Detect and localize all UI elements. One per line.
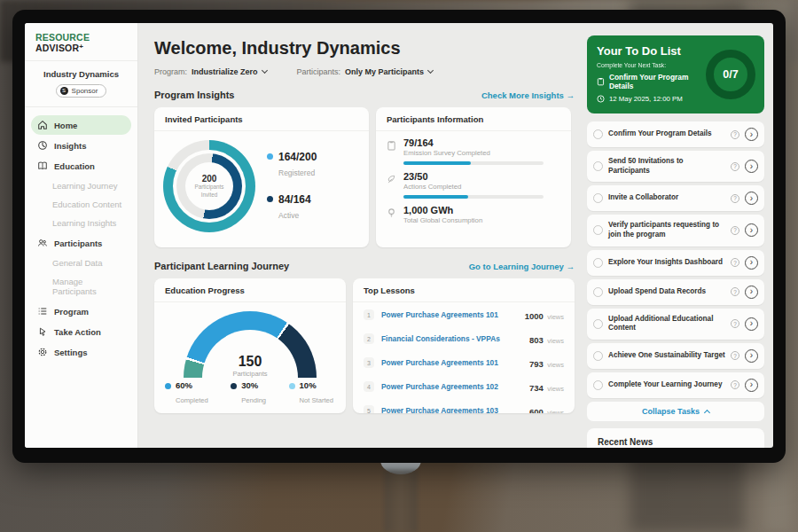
- sidebar-nav: Home Insights Education Learning Journey…: [25, 107, 137, 362]
- lesson-rank: 1: [364, 309, 374, 320]
- task-checkbox[interactable]: [593, 161, 603, 171]
- progress-track: [403, 195, 544, 199]
- chevron-right-icon[interactable]: ›: [745, 256, 758, 270]
- insights-icon: [37, 140, 48, 151]
- chevron-right-icon[interactable]: ›: [745, 317, 758, 331]
- legend-label: Pending: [241, 396, 266, 404]
- lesson-views: 803: [529, 335, 544, 345]
- stat-consumption: 1,000 GWh Total Global Consumption: [376, 199, 571, 224]
- brand-primary: RESOURCE: [35, 32, 90, 43]
- task-row[interactable]: Complete Your Learning Journey ? ›: [587, 372, 764, 398]
- chevron-right-icon[interactable]: ›: [745, 286, 758, 299]
- collapse-tasks-link[interactable]: Collapse Tasks: [587, 402, 764, 421]
- help-icon[interactable]: ?: [731, 319, 739, 328]
- lesson-link[interactable]: Power Purchase Agreements 103: [381, 406, 529, 413]
- check-more-insights-link[interactable]: Check More Insights →: [481, 90, 575, 100]
- help-icon[interactable]: ?: [731, 130, 739, 139]
- dashboard-screen: RESOURCE ADVISOR+ Industry Dynamics S Sp…: [25, 23, 773, 448]
- help-icon[interactable]: ?: [731, 380, 739, 389]
- link-label: Check More Insights: [481, 90, 564, 100]
- invited-participants-card: Invited Participants 200 Participants In…: [154, 107, 369, 247]
- chevron-right-icon[interactable]: ›: [745, 223, 758, 237]
- lesson-views: 734: [529, 383, 544, 393]
- card-title: Education Progress: [154, 278, 346, 302]
- todo-due-label: 12 May 2025, 12:00 PM: [609, 95, 683, 103]
- participants-information-card: Participants Information 79/164 Emission…: [376, 107, 571, 247]
- lesson-link[interactable]: Power Purchase Agreements 101: [381, 310, 525, 319]
- help-icon[interactable]: ?: [731, 162, 739, 171]
- learning-journey-header: Participant Learning Journey Go to Learn…: [154, 261, 575, 271]
- monitor-stand-pillar: [384, 470, 418, 532]
- task-row[interactable]: Upload Spend Data Records ? ›: [587, 279, 764, 305]
- sidebar-item-insights[interactable]: Insights: [31, 136, 131, 155]
- lesson-views-word: views: [547, 313, 564, 321]
- help-icon[interactable]: ?: [731, 258, 739, 267]
- sidebar-item-manage-participants[interactable]: Manage Participants: [25, 272, 137, 301]
- task-label: Upload Spend Data Records: [608, 287, 725, 297]
- task-checkbox[interactable]: [593, 225, 603, 235]
- legend-label: Completed: [176, 396, 208, 404]
- program-filter[interactable]: Program: Industrialize Zero: [154, 67, 267, 76]
- task-row[interactable]: Confirm Your Program Details ? ›: [587, 121, 764, 147]
- help-icon[interactable]: ?: [731, 351, 739, 360]
- filters-row: Program: Industrialize Zero Participants…: [154, 67, 575, 76]
- task-row[interactable]: Upload Additional Educational Content ? …: [587, 309, 764, 340]
- top-lessons-card: Top Lessons 1 Power Purchase Agreements …: [353, 278, 575, 413]
- lesson-link[interactable]: Power Purchase Agreements 101: [381, 358, 529, 367]
- participants-filter[interactable]: Participants: Only My Participants: [297, 67, 434, 76]
- sidebar-item-learning-journey[interactable]: Learning Journey: [25, 176, 137, 195]
- sidebar-item-program[interactable]: Program: [31, 301, 131, 321]
- legend-label: Registered: [278, 168, 315, 177]
- task-checkbox[interactable]: [593, 319, 603, 329]
- task-row[interactable]: Verify participants requesting to join t…: [587, 215, 764, 246]
- task-checkbox[interactable]: [593, 287, 603, 297]
- sidebar-item-education-content[interactable]: Education Content: [25, 195, 137, 214]
- chevron-right-icon[interactable]: ›: [745, 128, 758, 141]
- card-title: Top Lessons: [353, 278, 575, 302]
- task-row[interactable]: Send 50 Invitations to Participants ? ›: [587, 151, 764, 182]
- lesson-link[interactable]: Financial Considerations - VPPAs: [381, 334, 529, 343]
- chevron-right-icon[interactable]: ›: [745, 349, 758, 363]
- sponsor-badge[interactable]: S Sponsor: [56, 84, 107, 98]
- donut-legend: 164/200 Registered 84/164 Active: [267, 151, 317, 222]
- task-row[interactable]: Explore Your Insights Dashboard ? ›: [587, 250, 764, 276]
- clock-icon: [597, 95, 605, 103]
- stat-emission-survey: 79/164 Emission Survey Completed: [376, 131, 571, 165]
- program-filter-label: Program:: [154, 67, 187, 76]
- go-to-learning-journey-link[interactable]: Go to Learning Journey →: [469, 262, 575, 271]
- legend-dot: [231, 383, 237, 389]
- sidebar-item-home[interactable]: Home: [31, 115, 131, 135]
- sponsor-badge-label: Sponsor: [72, 87, 98, 95]
- stat-progress-fill: [403, 161, 471, 165]
- sidebar-item-settings[interactable]: Settings: [31, 342, 131, 362]
- sidebar-item-education[interactable]: Education: [31, 156, 131, 176]
- chevron-right-icon[interactable]: ›: [745, 160, 758, 173]
- sidebar-item-general-data[interactable]: General Data: [25, 254, 137, 272]
- lesson-link[interactable]: Power Purchase Agreements 102: [381, 382, 529, 391]
- chevron-right-icon[interactable]: ›: [745, 192, 758, 205]
- lesson-row: 3 Power Purchase Agreements 101 793 view…: [353, 350, 575, 374]
- sidebar-item-take-action[interactable]: Take Action: [31, 322, 131, 341]
- task-row[interactable]: Invite a Collaborator ? ›: [587, 185, 764, 211]
- task-checkbox[interactable]: [593, 351, 603, 361]
- help-icon[interactable]: ?: [731, 226, 739, 235]
- todo-next-task: Confirm Your Program Details: [597, 73, 714, 90]
- task-checkbox[interactable]: [593, 380, 603, 390]
- help-icon[interactable]: ?: [731, 287, 739, 296]
- chevron-right-icon[interactable]: ›: [745, 379, 758, 392]
- lesson-row: 5 Power Purchase Agreements 103 600 view…: [353, 398, 575, 413]
- lesson-row: 1 Power Purchase Agreements 101 1000 vie…: [353, 302, 575, 326]
- lesson-views-word: views: [547, 385, 564, 393]
- invited-donut-chart: 200 Participants Invited: [163, 140, 255, 232]
- help-icon[interactable]: ?: [731, 194, 739, 203]
- lesson-views-word: views: [547, 361, 564, 369]
- task-row[interactable]: Achieve One Sustainability Target ? ›: [587, 343, 764, 369]
- task-checkbox[interactable]: [593, 258, 603, 268]
- task-checkbox[interactable]: [593, 129, 603, 139]
- sidebar-item-label: Education: [54, 161, 95, 171]
- sidebar-item-learning-insights[interactable]: Learning Insights: [25, 214, 137, 232]
- task-checkbox[interactable]: [593, 193, 603, 203]
- sidebar-item-participants[interactable]: Participants: [31, 233, 131, 253]
- legend-value: 30%: [241, 380, 266, 390]
- lesson-views-word: views: [547, 409, 564, 413]
